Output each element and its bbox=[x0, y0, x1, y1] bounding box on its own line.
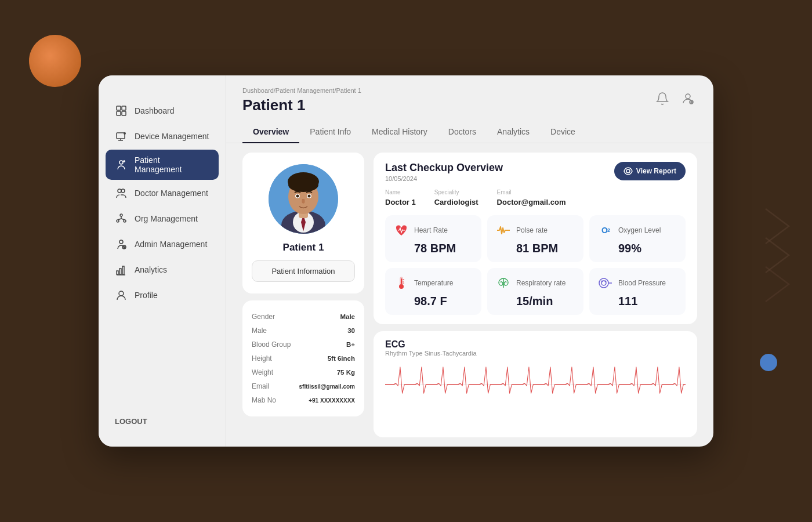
vital-temperature: Temperature 98.7 F bbox=[385, 268, 481, 315]
sidebar-item-patient-management[interactable]: Patient Management bbox=[106, 150, 219, 180]
vital-heart-rate: Heart Rate 78 BPM bbox=[385, 215, 481, 262]
tab-patient-info[interactable]: Patient Info bbox=[299, 121, 361, 143]
svg-rect-25 bbox=[122, 266, 124, 274]
svg-rect-24 bbox=[119, 269, 121, 274]
org-management-icon bbox=[115, 212, 128, 225]
svg-rect-46 bbox=[401, 278, 402, 284]
weight-label: Weight bbox=[252, 368, 273, 376]
svg-point-42 bbox=[296, 195, 299, 198]
tab-doctors[interactable]: Doctors bbox=[438, 121, 487, 143]
checkup-date: 10/05/2024 bbox=[385, 175, 503, 182]
vitals-grid: Heart Rate 78 BPM bbox=[385, 215, 686, 315]
detail-row-male: Male 30 bbox=[252, 324, 355, 338]
checkup-header: Last Checkup Overview 10/05/2024 View Re… bbox=[385, 162, 686, 182]
sidebar-nav: Dashboard Device Management bbox=[99, 99, 226, 408]
doc-name-label: Name bbox=[385, 189, 416, 195]
ecg-section: ECG Rhythm Type Sinus-Tachycardia bbox=[374, 331, 697, 437]
svg-rect-0 bbox=[117, 106, 121, 110]
patient-info-button[interactable]: Patient Information bbox=[252, 260, 355, 282]
respiratory-rate-icon bbox=[495, 275, 512, 291]
mob-value: +91 XXXXXXXXX bbox=[309, 397, 355, 404]
vital-respiratory-rate-header: Respiratory rate bbox=[495, 275, 575, 291]
temperature-label: Temperature bbox=[414, 279, 453, 287]
sidebar-item-doctor-management[interactable]: Doctor Management bbox=[106, 181, 219, 205]
tab-analytics[interactable]: Analytics bbox=[487, 121, 540, 143]
doctor-info-row: Name Doctor 1 Speciality Cardiologist Em… bbox=[385, 189, 686, 207]
sidebar-item-profile[interactable]: Profile bbox=[106, 283, 219, 307]
sidebar-item-admin-management[interactable]: Admin Management bbox=[106, 232, 219, 256]
right-panel: Last Checkup Overview 10/05/2024 View Re… bbox=[374, 153, 697, 437]
sidebar: Dashboard Device Management bbox=[99, 75, 226, 447]
heart-rate-label: Heart Rate bbox=[414, 226, 448, 234]
pulse-rate-icon bbox=[495, 222, 512, 238]
email-value: sfltiissil@gmail.com bbox=[299, 383, 355, 390]
male-label: Male bbox=[252, 327, 267, 335]
height-label: Height bbox=[252, 354, 272, 362]
sidebar-item-label: Patient Management bbox=[135, 155, 209, 174]
doc-speciality-value: Cardiologist bbox=[434, 198, 478, 206]
svg-line-18 bbox=[121, 219, 125, 220]
page-title: Patient 1 bbox=[242, 96, 361, 114]
profile-icon bbox=[115, 289, 128, 302]
blood-group-value: B+ bbox=[346, 341, 355, 348]
logout-button[interactable]: LOGOUT bbox=[99, 408, 226, 435]
doc-speciality-field: Speciality Cardiologist bbox=[434, 189, 478, 207]
sidebar-item-org-management[interactable]: Org Management bbox=[106, 206, 219, 231]
temperature-icon bbox=[393, 275, 409, 291]
sidebar-item-analytics[interactable]: Analytics bbox=[106, 258, 219, 282]
vital-oxygen-level: O2 Oxygen Level 99% bbox=[589, 215, 686, 262]
eye-icon bbox=[624, 166, 633, 176]
patient-name: Patient 1 bbox=[283, 242, 324, 253]
sidebar-item-label: Dashboard bbox=[135, 106, 175, 115]
vital-blood-pressure-header: Blood Pressure bbox=[597, 275, 677, 291]
sidebar-item-label: Analytics bbox=[135, 265, 167, 274]
doc-email-value: Doctor@gmail.com bbox=[497, 198, 566, 206]
oxygen-level-icon: O2 bbox=[597, 222, 614, 238]
device-management-icon bbox=[115, 130, 128, 143]
svg-point-14 bbox=[117, 220, 119, 222]
blood-pressure-value: 111 bbox=[618, 295, 677, 308]
doc-name-value: Doctor 1 bbox=[385, 198, 416, 206]
pulse-rate-label: Polse rate bbox=[516, 226, 548, 234]
ecg-subtitle: Rhythm Type Sinus-Tachycardia bbox=[385, 350, 686, 357]
admin-management-icon bbox=[115, 238, 128, 251]
svg-point-13 bbox=[120, 214, 122, 216]
svg-point-12 bbox=[121, 189, 125, 193]
ecg-title: ECG bbox=[385, 339, 686, 350]
patient-management-icon bbox=[115, 158, 128, 171]
checkup-section: Last Checkup Overview 10/05/2024 View Re… bbox=[374, 153, 697, 324]
tab-overview[interactable]: Overview bbox=[242, 121, 299, 143]
vital-pulse-rate: Polse rate 81 BPM bbox=[487, 215, 583, 262]
svg-point-47 bbox=[399, 284, 404, 289]
header-icons bbox=[653, 89, 697, 108]
user-settings-icon[interactable] bbox=[679, 89, 697, 108]
main-container: Dashboard Device Management bbox=[99, 75, 713, 447]
pulse-rate-value: 81 BPM bbox=[516, 242, 575, 255]
analytics-icon bbox=[115, 263, 128, 276]
checkup-title: Last Checkup Overview bbox=[385, 162, 503, 174]
temperature-value: 98.7 F bbox=[414, 295, 473, 308]
svg-rect-23 bbox=[117, 271, 118, 274]
patient-card: Patient 1 Patient Information bbox=[242, 153, 364, 293]
notification-icon[interactable] bbox=[653, 89, 672, 108]
svg-line-17 bbox=[118, 219, 121, 220]
detail-row-gender: Gender Male bbox=[252, 310, 355, 324]
svg-point-44 bbox=[626, 169, 630, 173]
blood-pressure-icon bbox=[597, 275, 614, 291]
vital-heart-rate-header: Heart Rate bbox=[393, 222, 473, 238]
svg-point-11 bbox=[118, 189, 121, 193]
sidebar-item-dashboard[interactable]: Dashboard bbox=[106, 99, 219, 123]
vital-blood-pressure: Blood Pressure 111 bbox=[589, 268, 686, 315]
sidebar-item-label: Profile bbox=[135, 291, 158, 300]
view-report-button[interactable]: View Report bbox=[614, 162, 686, 180]
sidebar-item-device-management[interactable]: Device Management bbox=[106, 124, 219, 148]
gender-label: Gender bbox=[252, 313, 275, 321]
doctor-management-icon bbox=[115, 187, 128, 200]
left-panel: Patient 1 Patient Information Gender Mal… bbox=[242, 153, 364, 437]
svg-point-28 bbox=[686, 94, 690, 99]
tab-medical-history[interactable]: Medical History bbox=[361, 121, 438, 143]
tabs: Overview Patient Info Medical History Do… bbox=[226, 121, 713, 143]
breadcrumb: Dushboard/Patient Management/Patient 1 bbox=[242, 87, 361, 94]
svg-point-43 bbox=[308, 195, 311, 198]
tab-device[interactable]: Device bbox=[540, 121, 586, 143]
